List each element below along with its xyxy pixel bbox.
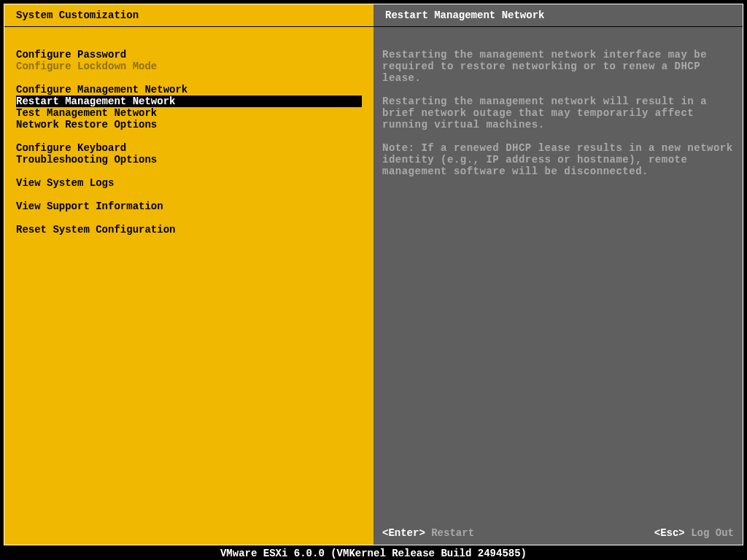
hint-enter[interactable]: <Enter> Restart xyxy=(382,527,474,539)
hint-esc-key: <Esc> xyxy=(654,527,685,539)
menu-item-configure-management-network[interactable]: Configure Management Network xyxy=(16,84,362,96)
menu-item-test-management-network[interactable]: Test Management Network xyxy=(16,107,362,119)
menu-item-view-system-logs[interactable]: View System Logs xyxy=(16,177,362,189)
detail-paragraph: Restarting the management network will r… xyxy=(382,96,734,131)
detail-paragraph: Restarting the management network interf… xyxy=(382,49,734,84)
hint-enter-key: <Enter> xyxy=(382,527,425,539)
menu-spacer xyxy=(16,212,368,224)
detail-title: Restart Management Network xyxy=(374,4,743,27)
menu-item-configure-lockdown-mode: Configure Lockdown Mode xyxy=(16,61,362,72)
hint-esc[interactable]: <Esc> Log Out xyxy=(654,527,734,539)
detail-paragraph: Note: If a renewed DHCP lease results in… xyxy=(382,142,734,177)
menu-title: System Customization xyxy=(4,4,374,27)
menu-item-troubleshooting-options[interactable]: Troubleshooting Options xyxy=(16,154,362,166)
menu-list: Configure PasswordConfigure Lockdown Mod… xyxy=(4,27,374,236)
status-bar: VMware ESXi 6.0.0 (VMKernel Release Buil… xyxy=(0,547,747,560)
footer-hints: <Enter> Restart <Esc> Log Out xyxy=(382,527,734,539)
detail-pane: Restart Management Network Restarting th… xyxy=(374,4,743,545)
menu-item-reset-system-configuration[interactable]: Reset System Configuration xyxy=(16,224,362,236)
hint-enter-action: Restart xyxy=(431,527,474,539)
detail-text: Restarting the management network interf… xyxy=(374,27,743,189)
menu-spacer xyxy=(16,131,368,142)
menu-item-view-support-information[interactable]: View Support Information xyxy=(16,201,362,212)
hint-esc-action: Log Out xyxy=(691,527,734,539)
menu-spacer xyxy=(16,189,368,201)
menu-item-network-restore-options[interactable]: Network Restore Options xyxy=(16,119,362,131)
menu-item-restart-management-network[interactable]: Restart Management Network xyxy=(16,96,362,107)
menu-item-configure-password[interactable]: Configure Password xyxy=(16,49,362,61)
menu-spacer xyxy=(16,72,368,84)
menu-spacer xyxy=(16,166,368,177)
menu-item-configure-keyboard[interactable]: Configure Keyboard xyxy=(16,142,362,154)
dcui-frame: System Customization Configure PasswordC… xyxy=(4,4,743,545)
menu-pane: System Customization Configure PasswordC… xyxy=(4,4,374,545)
